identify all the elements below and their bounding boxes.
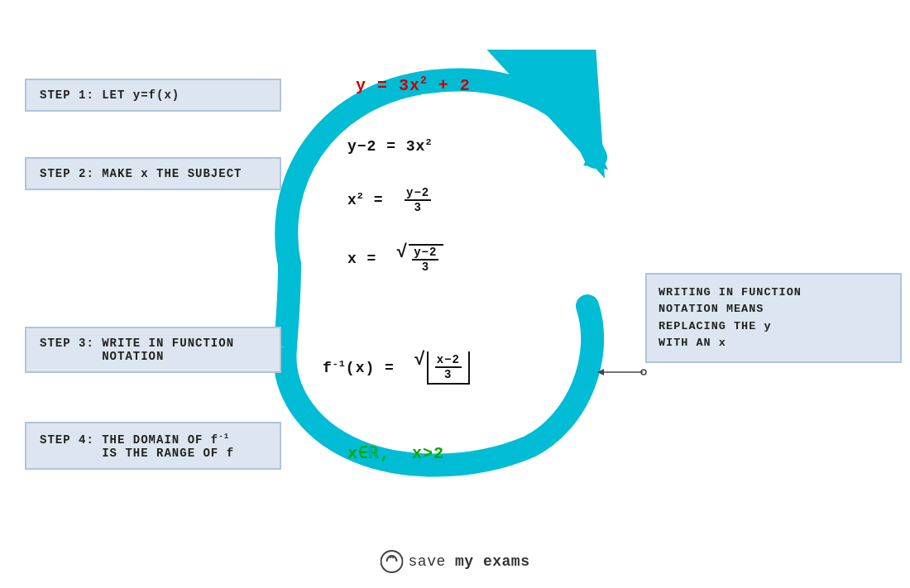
- equation-4: x = √ y−2 3: [347, 244, 443, 274]
- step3-box: STEP 3: WRITE IN FUNCTION NOTATION: [25, 327, 281, 373]
- annotation-text: WRITING IN FUNCTION NOTATION MEANS REPLA…: [659, 286, 802, 349]
- step2-box: STEP 2: MAKE x THE SUBJECT: [25, 157, 281, 190]
- savemyexams-icon: [381, 550, 404, 573]
- logo-area: save my exams: [381, 550, 530, 573]
- svg-point-6: [381, 551, 403, 572]
- step1-label: STEP 1: LET y=f(x): [40, 88, 180, 102]
- svg-marker-4: [597, 369, 604, 375]
- step4-label: STEP 4: THE DOMAIN OF f-1 IS THE RANGE O…: [40, 433, 234, 460]
- equation-5: f-1(x) = √ x−2 3: [323, 351, 470, 385]
- step2-label: STEP 2: MAKE x THE SUBJECT: [40, 167, 242, 180]
- equation-2: y−2 = 3x2: [347, 136, 432, 155]
- step4-box: STEP 4: THE DOMAIN OF f-1 IS THE RANGE O…: [25, 422, 281, 470]
- fraction-3: y−2 3: [405, 186, 431, 214]
- equation-6: x∈ℝ, x>2: [347, 442, 444, 463]
- equation-1: y = 3x2 + 2: [356, 74, 471, 95]
- annotation-arrow: [597, 364, 647, 380]
- sqrt-5: √ x−2 3: [414, 351, 469, 385]
- step3-label: STEP 3: WRITE IN FUNCTION NOTATION: [40, 337, 234, 363]
- step1-box: STEP 1: LET y=f(x): [25, 79, 281, 112]
- annotation-box: WRITING IN FUNCTION NOTATION MEANS REPLA…: [645, 273, 902, 363]
- logo-text: save my exams: [409, 553, 530, 570]
- sqrt-4: √ y−2 3: [396, 244, 443, 274]
- main-container: STEP 1: LET y=f(x) STEP 2: MAKE x THE SU…: [0, 0, 910, 588]
- equation-3: x2 = y−2 3: [347, 186, 433, 214]
